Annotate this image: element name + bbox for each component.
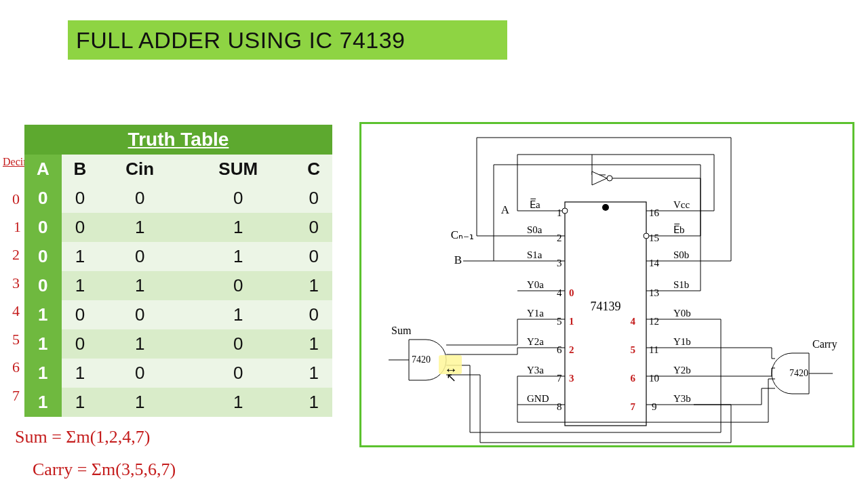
- slide-title: FULL ADDER USING IC 74139: [68, 20, 507, 60]
- truth-table-container: Truth Table A B Cin SUM C 0 0 0 0 0 0 0 …: [24, 125, 332, 417]
- pin-8: 8: [557, 401, 562, 412]
- th-B: B: [62, 155, 99, 184]
- cursor-arrow-icon: ↖: [446, 370, 456, 385]
- pin-red-7: 7: [631, 401, 636, 412]
- hand-row-6: 6: [12, 359, 20, 376]
- pin-2: 2: [557, 232, 562, 243]
- table-row: 1 1 0 0 1: [24, 359, 332, 388]
- table-row: 1 0 0 1 0: [24, 300, 332, 329]
- hand-row-4: 4: [12, 302, 20, 320]
- pin-Y2a: Y2a: [527, 336, 544, 347]
- pin-S0b: S0b: [673, 249, 689, 260]
- th-Cin: Cin: [98, 155, 181, 184]
- circuit-diagram: 74139 E̅a 1 S0a 2 S1a 3 Y0a 4 0 Y1a 5 1 …: [359, 122, 854, 447]
- table-row: 0 1 0 1 0: [24, 242, 332, 271]
- table-row: 1 1 1 1 1: [24, 388, 332, 417]
- sum-label: Sum: [391, 325, 412, 336]
- pin-1: 1: [557, 207, 562, 218]
- pin-15: 15: [649, 232, 659, 243]
- hand-row-2: 2: [12, 246, 20, 264]
- ic-label: 74139: [591, 300, 621, 313]
- pin-5: 5: [557, 316, 562, 327]
- pin-Eb: E̅b: [673, 224, 685, 235]
- th-C: C: [295, 155, 332, 184]
- pin-10: 10: [649, 373, 659, 384]
- pin-14: 14: [649, 258, 660, 268]
- pin-Y1b: Y1b: [673, 336, 691, 347]
- hand-row-7: 7: [12, 387, 20, 405]
- th-A: A: [24, 155, 62, 184]
- pin-Y3a: Y3a: [527, 365, 544, 375]
- hand-row-3: 3: [12, 274, 20, 292]
- table-row: 0 0 0 0 0: [24, 184, 332, 213]
- svg-point-20: [607, 176, 612, 181]
- gate-left: 7420: [412, 354, 431, 365]
- svg-point-1: [602, 204, 609, 211]
- pin-7: 7: [557, 373, 562, 384]
- pin-Ea: E̅a: [530, 199, 540, 210]
- pin-3: 3: [557, 258, 562, 268]
- svg-point-13: [644, 233, 649, 239]
- pin-red-4: 4: [631, 316, 636, 327]
- pin-11: 11: [649, 344, 658, 355]
- hand-eq-carry: Carry = Σm(3,5,6,7): [33, 460, 176, 480]
- pin-16: 16: [649, 207, 660, 218]
- table-row: 0 1 1 0 1: [24, 271, 332, 300]
- pin-Y0a: Y0a: [527, 279, 544, 290]
- hand-row-5: 5: [12, 331, 20, 348]
- truth-table-caption: Truth Table: [24, 125, 332, 155]
- pin-Y1a: Y1a: [527, 308, 544, 319]
- carry-label: Carry: [812, 338, 837, 350]
- pin-red-0: 0: [569, 287, 574, 298]
- pin-Y0b: Y0b: [673, 308, 691, 319]
- truth-table: Truth Table A B Cin SUM C 0 0 0 0 0 0 0 …: [24, 125, 332, 417]
- input-B: B: [454, 253, 462, 266]
- input-Cn: Cₙ₋₁: [451, 228, 474, 241]
- pin-9: 9: [652, 401, 657, 412]
- pin-Vcc: Vcc: [673, 199, 690, 210]
- table-row: 1 0 1 0 1: [24, 329, 332, 359]
- hand-row-0: 0: [12, 190, 20, 208]
- input-A: A: [501, 203, 510, 216]
- pin-Y2b: Y2b: [673, 365, 691, 375]
- table-row: 0 0 1 1 0: [24, 213, 332, 242]
- pin-S0a: S0a: [527, 224, 542, 235]
- gate-right: 7420: [789, 368, 808, 378]
- svg-point-3: [562, 208, 568, 214]
- pin-4: 4: [557, 287, 562, 298]
- pin-red-1: 1: [569, 316, 574, 327]
- hand-row-1: 1: [14, 218, 21, 236]
- th-SUM: SUM: [181, 155, 295, 184]
- hand-eq-sum: Sum = Σm(1,2,4,7): [15, 427, 151, 447]
- pin-GND: GND: [527, 393, 549, 404]
- pin-red-2: 2: [569, 344, 574, 355]
- pin-6: 6: [557, 344, 562, 355]
- pin-red-6: 6: [631, 373, 636, 384]
- pin-12: 12: [649, 316, 659, 327]
- pin-S1b: S1b: [673, 279, 689, 290]
- pin-13: 13: [649, 287, 659, 298]
- pin-red-3: 3: [569, 373, 574, 384]
- pin-red-5: 5: [631, 344, 636, 355]
- svg-rect-0: [565, 202, 646, 426]
- pin-Y3b: Y3b: [673, 393, 691, 404]
- pin-S1a: S1a: [527, 249, 542, 260]
